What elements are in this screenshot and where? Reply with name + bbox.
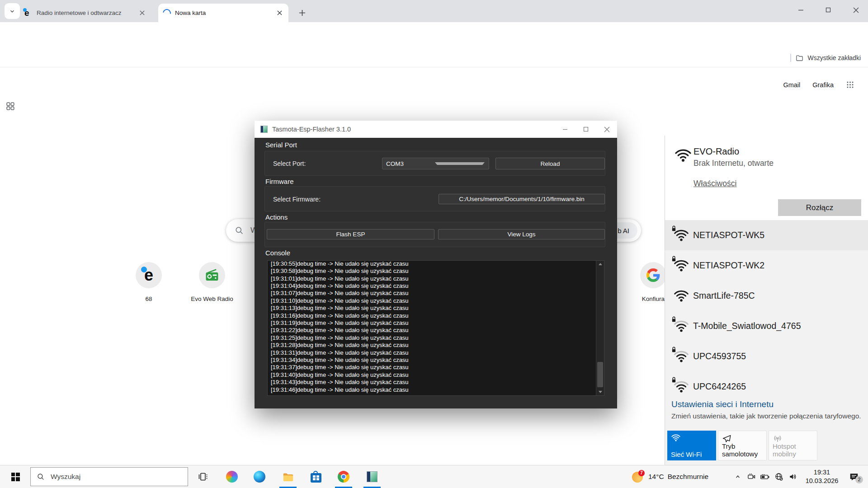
- wifi-network-row[interactable]: UPC4593755: [665, 341, 868, 371]
- console-line: [19:30:55]debug time -> Nie udało się uz…: [271, 260, 593, 267]
- tray-expand-chevron-icon[interactable]: [732, 465, 743, 488]
- wifi-icon: [671, 434, 681, 442]
- console-log-lines: [19:30:55]debug time -> Nie udało się uz…: [271, 260, 593, 394]
- chevron-down-icon: [9, 8, 15, 14]
- file-explorer-icon[interactable]: [277, 465, 299, 488]
- wifi-network-row[interactable]: UPC6424265: [665, 371, 868, 402]
- tray-battery-icon[interactable]: [760, 465, 770, 488]
- taskbar-clock[interactable]: 19:31 10.03.2026: [802, 468, 842, 485]
- console-line: [19:31:43]debug time -> Nie udało się uz…: [271, 379, 593, 386]
- start-button[interactable]: [5, 465, 25, 488]
- console-line: [19:31:22]debug time -> Nie udało się uz…: [271, 327, 593, 334]
- apps-grid-icon[interactable]: [5, 101, 15, 111]
- task-view-button[interactable]: [192, 465, 214, 488]
- port-select-dropdown[interactable]: COM3: [382, 158, 489, 169]
- disconnect-button[interactable]: Rozłącz: [778, 199, 861, 216]
- search-icon: [235, 226, 244, 235]
- chrome-icon[interactable]: [333, 465, 354, 488]
- tab-radio-internetowe[interactable]: e Radio internetowe i odtwarzacz: [20, 4, 151, 22]
- clear-night-icon: 7: [632, 471, 644, 483]
- browser-tab-strip: e Radio internetowe i odtwarzacz Nowa ka…: [0, 0, 868, 22]
- scroll-up-icon[interactable]: [596, 261, 604, 267]
- gmail-link[interactable]: Gmail: [783, 81, 800, 89]
- clock-date: 10.03.2026: [802, 477, 842, 485]
- section-serial-port: Serial Port: [265, 141, 297, 149]
- scrollbar-thumb[interactable]: [597, 362, 603, 387]
- folder-icon: [795, 54, 804, 62]
- flasher-maximize-button[interactable]: [576, 121, 596, 138]
- airplane-mode-tile[interactable]: Tryb samolotowy: [718, 431, 767, 460]
- flasher-close-button[interactable]: [596, 121, 617, 138]
- radio-icon: [204, 267, 220, 283]
- console-line: [19:31:34]debug time -> Nie udało się uz…: [271, 357, 593, 364]
- all-bookmarks-button[interactable]: Wszystkie zakładki: [790, 49, 861, 67]
- view-logs-button[interactable]: View Logs: [438, 229, 605, 239]
- edge-icon[interactable]: [249, 465, 270, 488]
- select-port-label: Select Port:: [273, 160, 306, 167]
- console-output: [19:30:55]debug time -> Nie udało się uz…: [267, 260, 604, 396]
- tab-close-icon[interactable]: [138, 9, 146, 17]
- flasher-title-bar[interactable]: Tasmota-Esp-Flasher 3.1.0: [255, 121, 617, 138]
- window-close-button[interactable]: [845, 1, 866, 19]
- dropdown-caret-icon: [435, 162, 485, 165]
- flash-esp-button[interactable]: Flash ESP: [267, 229, 434, 239]
- shortcut-68[interactable]: e 68: [122, 262, 176, 302]
- network-ssid: UPC4593755: [693, 351, 746, 361]
- bookmarks-bar: Wszystkie zakładki: [0, 49, 868, 67]
- wifi-signal-icon: [673, 380, 689, 394]
- network-settings-link[interactable]: Ustawienia sieci i Internetu: [671, 399, 774, 409]
- images-link[interactable]: Grafika: [812, 81, 834, 89]
- section-console: Console: [265, 249, 290, 257]
- reload-ports-button[interactable]: Reload: [495, 158, 605, 169]
- properties-link[interactable]: Właściwości: [693, 179, 736, 188]
- flasher-taskbar-icon[interactable]: [361, 465, 383, 488]
- wifi-network-row[interactable]: NETIASPOT-WK2: [665, 250, 868, 281]
- wifi-signal-icon: [673, 259, 689, 272]
- shortcut-icon-circle: e: [136, 262, 162, 288]
- shortcut-evo-web-radio[interactable]: Evo Web Radio: [185, 262, 239, 302]
- wifi-toggle-tile[interactable]: Sieć Wi-Fi: [667, 431, 716, 460]
- console-line: [19:31:37]debug time -> Nie udało się uz…: [271, 364, 593, 371]
- console-scrollbar[interactable]: [596, 261, 604, 395]
- wifi-signal-icon: [673, 289, 689, 303]
- airplane-tile-label: Tryb samolotowy: [722, 442, 764, 458]
- notification-center-button[interactable]: 2: [844, 465, 864, 488]
- wifi-network-row[interactable]: NETIASPOT-WK5: [665, 220, 868, 250]
- lock-icon: [671, 346, 677, 353]
- shortcut-icon-circle: [199, 262, 225, 288]
- flasher-minimize-button[interactable]: [555, 121, 576, 138]
- tray-volume-icon[interactable]: [788, 465, 798, 488]
- console-line: [19:31:10]debug time -> Nie udało się uz…: [271, 297, 593, 305]
- google-apps-grid-icon[interactable]: [846, 80, 854, 89]
- network-ssid: UPC6424265: [693, 381, 746, 392]
- weather-badge: 7: [638, 470, 645, 476]
- taskbar: Wyszukaj 7 14°C Bezchmurnie 19:31: [0, 465, 868, 488]
- connected-network-card[interactable]: EVO-Radio Brak Internetu, otwarte Właści…: [665, 136, 868, 220]
- wifi-network-row[interactable]: SmartLife-785C: [665, 281, 868, 311]
- console-line: [19:30:58]debug time -> Nie udało się uz…: [271, 267, 593, 275]
- connected-ssid: EVO-Radio: [693, 146, 739, 157]
- tab-search-button[interactable]: [5, 3, 20, 19]
- lock-icon: [671, 316, 677, 323]
- new-tab-button[interactable]: [295, 6, 309, 19]
- microsoft-store-icon[interactable]: [305, 465, 327, 488]
- taskbar-search-box[interactable]: Wyszukaj: [30, 467, 188, 486]
- scroll-down-icon[interactable]: [596, 389, 604, 395]
- window-minimize-button[interactable]: [790, 1, 811, 19]
- window-maximize-button[interactable]: [818, 1, 839, 19]
- browser-toolbar: 192.168.4.1: [0, 22, 868, 49]
- console-line: [19:31:25]debug time -> Nie udało się uz…: [271, 334, 593, 342]
- tab-close-icon[interactable]: [275, 9, 284, 17]
- radio-site-favicon: e: [24, 9, 33, 17]
- tray-network-globe-icon[interactable]: [774, 465, 784, 488]
- tab-nowa-karta-active[interactable]: Nowa karta: [158, 4, 288, 22]
- clock-time: 19:31: [802, 468, 842, 477]
- firmware-path-button[interactable]: C:/Users/memor/Documents/1/10/firmware.b…: [439, 194, 605, 204]
- weather-widget[interactable]: 7 14°C Bezchmurnie: [632, 465, 708, 488]
- console-line: [19:31:31]debug time -> Nie udało się uz…: [271, 349, 593, 357]
- wifi-network-row[interactable]: T-Mobile_Swiatlowod_4765: [665, 311, 868, 341]
- tray-meet-camera-icon[interactable]: [746, 465, 757, 488]
- copilot-icon[interactable]: [221, 465, 243, 488]
- wifi-signal-icon: [673, 229, 689, 242]
- mobile-hotspot-tile[interactable]: Hotspot mobilny: [769, 431, 817, 460]
